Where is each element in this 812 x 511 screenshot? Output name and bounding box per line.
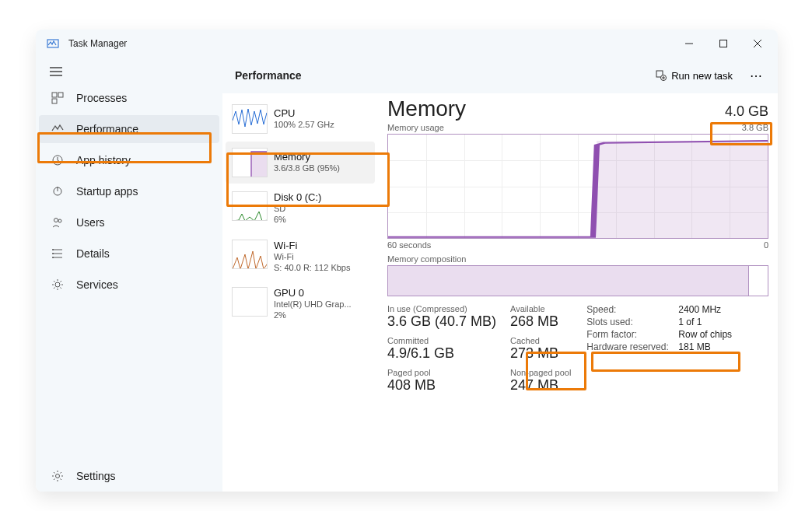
- committed-label: Committed: [387, 336, 496, 345]
- sidebar-item-label: Performance: [76, 123, 138, 135]
- sidebar-item-label: App history: [76, 154, 131, 166]
- spec-value: 181 MB: [678, 341, 710, 352]
- hamburger-button[interactable]: [36, 61, 222, 82]
- svg-point-21: [52, 257, 54, 258]
- sidebar-item-details[interactable]: Details: [39, 240, 219, 268]
- sidebar-item-label: Details: [76, 247, 110, 260]
- composition-label: Memory composition: [387, 254, 768, 264]
- sidebar-item-label: Settings: [76, 470, 116, 482]
- app-window: Task Manager Processes Performance App h…: [36, 30, 778, 492]
- perf-item-cpu[interactable]: CPU 100% 2.57 GHz: [226, 98, 375, 140]
- memory-thumb: [232, 148, 268, 177]
- run-new-task-button[interactable]: Run new task: [649, 67, 739, 85]
- perf-item-wifi[interactable]: Wi-Fi Wi-Fi S: 40.0 R: 112 Kbps: [226, 233, 375, 280]
- more-button[interactable]: ⋯: [744, 65, 768, 86]
- svg-point-23: [56, 474, 60, 478]
- spec-key: Slots used:: [586, 317, 678, 327]
- processes-icon: [50, 92, 65, 104]
- spec-value: Row of chips: [678, 329, 732, 340]
- sidebar-item-label: Users: [76, 216, 105, 229]
- spec-key: Hardware reserved:: [586, 341, 678, 352]
- sidebar: Processes Performance App history Startu…: [36, 58, 222, 492]
- performance-list: CPU 100% 2.57 GHz Memory 3.6/3.8 GB (95%…: [222, 93, 378, 492]
- gpu-thumb: [232, 287, 268, 317]
- svg-point-15: [58, 219, 61, 222]
- main-header: Performance Run new task ⋯: [222, 58, 778, 93]
- users-icon: [50, 216, 65, 229]
- svg-point-14: [54, 219, 58, 222]
- perf-item-sub: 3.6/3.8 GB (95%): [274, 163, 340, 173]
- sidebar-item-users[interactable]: Users: [39, 208, 219, 236]
- nonpaged-label: Non-paged pool: [510, 368, 571, 377]
- cpu-thumb: [232, 104, 268, 134]
- perf-item-sub: Intel(R) UHD Grap...: [274, 299, 352, 310]
- spec-key: Speed:: [586, 304, 678, 315]
- detail-panel: Memory 4.0 GB Memory usage 3.8 GB: [378, 93, 778, 492]
- svg-point-22: [55, 282, 60, 287]
- svg-point-19: [52, 249, 54, 250]
- wifi-thumb: [232, 240, 268, 269]
- perf-item-sub: Wi-Fi: [274, 251, 350, 262]
- paged-value: 408 MB: [387, 377, 496, 394]
- perf-item-name: Disk 0 (C:): [274, 191, 321, 203]
- svg-rect-9: [58, 93, 63, 97]
- run-task-icon: [656, 70, 667, 81]
- gear-icon: [50, 470, 65, 482]
- available-value: 268 MB: [510, 313, 571, 330]
- inuse-label: In use (Compressed): [387, 304, 496, 313]
- sidebar-item-label: Processes: [76, 92, 127, 104]
- svg-rect-2: [720, 40, 727, 47]
- perf-item-name: CPU: [274, 107, 334, 119]
- sidebar-item-processes[interactable]: Processes: [39, 84, 219, 112]
- app-icon: [47, 37, 59, 50]
- sidebar-item-services[interactable]: Services: [39, 271, 219, 299]
- main-panel: Performance Run new task ⋯ CPU 100% 2.57…: [222, 58, 778, 492]
- startup-icon: [50, 185, 65, 198]
- sidebar-item-startup-apps[interactable]: Startup apps: [39, 177, 219, 205]
- window-title: Task Manager: [68, 38, 127, 49]
- sidebar-item-app-history[interactable]: App history: [39, 146, 219, 174]
- run-task-label: Run new task: [671, 70, 733, 82]
- perf-item-sub2: 2%: [274, 310, 352, 320]
- minimize-button[interactable]: [672, 32, 706, 55]
- titlebar: Task Manager: [36, 30, 778, 58]
- sidebar-item-performance[interactable]: Performance: [39, 115, 219, 143]
- sidebar-item-settings[interactable]: Settings: [39, 462, 219, 490]
- history-icon: [50, 154, 65, 166]
- page-title: Performance: [235, 69, 302, 82]
- perf-item-name: Memory: [274, 151, 340, 163]
- usage-max: 3.8 GB: [742, 123, 768, 132]
- performance-icon: [50, 123, 65, 135]
- axis-left: 60 seconds: [387, 240, 431, 250]
- perf-item-disk[interactable]: Disk 0 (C:) SD 6%: [226, 185, 375, 232]
- perf-item-sub: 100% 2.57 GHz: [274, 119, 334, 130]
- services-icon: [50, 278, 65, 291]
- available-label: Available: [510, 304, 571, 313]
- perf-item-name: Wi-Fi: [274, 240, 350, 251]
- inuse-value: 3.6 GB (40.7 MB): [387, 313, 496, 330]
- perf-item-sub2: S: 40.0 R: 112 Kbps: [274, 262, 350, 273]
- sidebar-item-label: Startup apps: [76, 185, 138, 198]
- svg-rect-28: [251, 152, 268, 177]
- svg-rect-8: [52, 93, 57, 97]
- detail-title: Memory: [387, 96, 466, 121]
- svg-rect-10: [52, 99, 57, 103]
- spec-key: Form factor:: [586, 329, 678, 340]
- close-button[interactable]: [740, 32, 775, 55]
- memory-usage-chart: [387, 134, 768, 239]
- perf-item-gpu[interactable]: GPU 0 Intel(R) UHD Grap... 2%: [226, 281, 375, 327]
- cached-value: 273 MB: [510, 345, 571, 362]
- spec-table: Speed:2400 MHz Slots used:1 of 1 Form fa…: [586, 304, 732, 394]
- cached-label: Cached: [510, 336, 571, 345]
- svg-point-20: [52, 253, 54, 254]
- maximize-button[interactable]: [706, 32, 740, 55]
- memory-total: 4.0 GB: [725, 103, 768, 120]
- perf-item-memory[interactable]: Memory 3.6/3.8 GB (95%): [226, 142, 375, 184]
- usage-label: Memory usage: [387, 123, 444, 132]
- nonpaged-value: 247 MB: [510, 377, 571, 394]
- sidebar-item-label: Services: [76, 278, 118, 291]
- committed-value: 4.9/6.1 GB: [387, 345, 496, 362]
- perf-item-name: GPU 0: [274, 287, 352, 299]
- details-icon: [50, 247, 65, 260]
- spec-value: 2400 MHz: [678, 304, 721, 315]
